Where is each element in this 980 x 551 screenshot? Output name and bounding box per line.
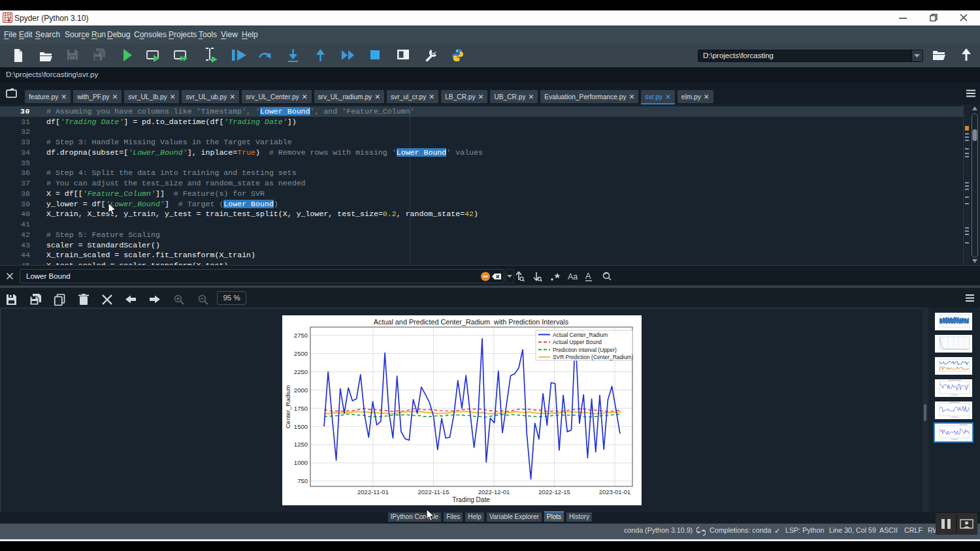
- svg-text:SVR Prediction (Center_Radium): SVR Prediction (Center_Radium): [553, 354, 634, 360]
- svg-text:2250: 2250: [294, 368, 308, 375]
- svg-text:Actual Upper Bound: Actual Upper Bound: [553, 339, 602, 345]
- svg-text:2022-11-15: 2022-11-15: [418, 488, 449, 496]
- svg-text:Center_Radium: Center_Radium: [284, 385, 291, 429]
- svg-text:Trading Date: Trading Date: [452, 496, 490, 503]
- svg-text:Aa: Aa: [568, 272, 578, 281]
- svg-text:Actual Center_Radium: Actual Center_Radium: [553, 332, 608, 338]
- svg-text:1750: 1750: [294, 405, 308, 412]
- svg-text:2750: 2750: [294, 332, 308, 339]
- svg-text:2022-12-15: 2022-12-15: [538, 488, 570, 496]
- svg-text:2500: 2500: [294, 350, 308, 357]
- svg-text:2022-11-01: 2022-11-01: [357, 488, 389, 496]
- svg-text:Prediction Interval (Upper): Prediction Interval (Upper): [553, 347, 617, 353]
- svg-text:s: s: [8, 16, 11, 23]
- svg-text:Actual and Predicted Center_Ra: Actual and Predicted Center_Radium with …: [374, 318, 569, 326]
- svg-text:1250: 1250: [294, 441, 308, 448]
- svg-text:2000: 2000: [294, 386, 308, 394]
- svg-text:2023-01-01: 2023-01-01: [599, 488, 631, 496]
- svg-text:750: 750: [297, 477, 308, 484]
- svg-text:2022-12-01: 2022-12-01: [478, 488, 510, 496]
- svg-text:A: A: [585, 272, 591, 281]
- svg-text:1500: 1500: [294, 423, 308, 430]
- svg-text:1000: 1000: [294, 459, 308, 466]
